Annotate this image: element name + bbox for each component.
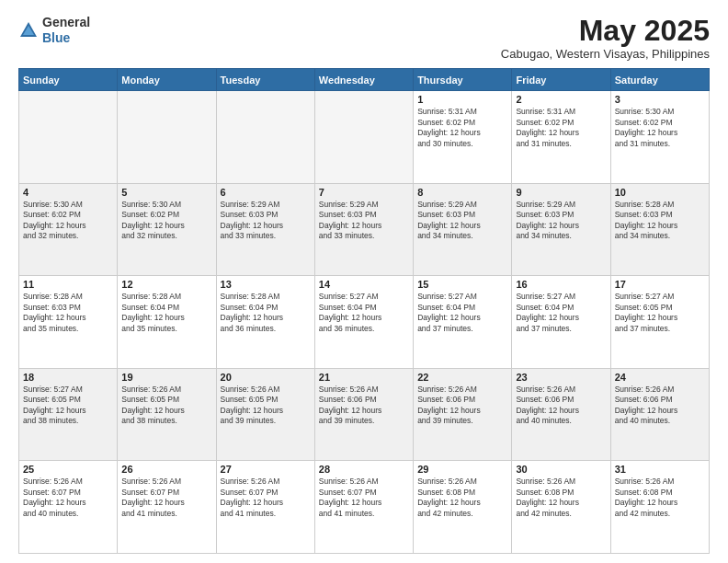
calendar-cell: 18Sunrise: 5:27 AM Sunset: 6:05 PM Dayli… [19, 368, 118, 461]
calendar-cell: 19Sunrise: 5:26 AM Sunset: 6:05 PM Dayli… [118, 368, 216, 461]
weekday-header-row: Sunday Monday Tuesday Wednesday Thursday… [19, 69, 710, 91]
calendar-cell [216, 91, 314, 184]
calendar-cell: 6Sunrise: 5:29 AM Sunset: 6:03 PM Daylig… [216, 183, 314, 276]
calendar-week-4: 18Sunrise: 5:27 AM Sunset: 6:05 PM Dayli… [19, 368, 710, 461]
calendar-cell: 14Sunrise: 5:27 AM Sunset: 6:04 PM Dayli… [314, 276, 413, 369]
calendar-cell: 24Sunrise: 5:26 AM Sunset: 6:06 PM Dayli… [610, 368, 709, 461]
day-number: 10 [615, 187, 705, 198]
day-number: 29 [417, 464, 507, 475]
day-number: 27 [221, 464, 311, 475]
logo-text: General Blue [42, 15, 90, 46]
calendar-cell [118, 91, 216, 184]
day-info: Sunrise: 5:26 AM Sunset: 6:07 PM Dayligh… [221, 477, 311, 519]
day-number: 5 [121, 187, 211, 198]
day-info: Sunrise: 5:30 AM Sunset: 6:02 PM Dayligh… [23, 200, 113, 242]
day-number: 17 [615, 279, 705, 290]
calendar-cell [19, 91, 118, 184]
day-number: 9 [516, 187, 606, 198]
day-info: Sunrise: 5:27 AM Sunset: 6:04 PM Dayligh… [516, 292, 606, 334]
logo-icon [18, 20, 39, 40]
day-number: 12 [121, 279, 211, 290]
day-info: Sunrise: 5:31 AM Sunset: 6:02 PM Dayligh… [516, 107, 606, 149]
day-number: 1 [417, 94, 507, 105]
calendar-cell: 15Sunrise: 5:27 AM Sunset: 6:04 PM Dayli… [414, 276, 512, 369]
day-info: Sunrise: 5:26 AM Sunset: 6:08 PM Dayligh… [516, 477, 606, 519]
calendar-cell: 9Sunrise: 5:29 AM Sunset: 6:03 PM Daylig… [512, 183, 610, 276]
day-info: Sunrise: 5:31 AM Sunset: 6:02 PM Dayligh… [417, 107, 507, 149]
calendar-cell: 20Sunrise: 5:26 AM Sunset: 6:05 PM Dayli… [216, 368, 314, 461]
calendar-cell: 8Sunrise: 5:29 AM Sunset: 6:03 PM Daylig… [414, 183, 512, 276]
day-info: Sunrise: 5:26 AM Sunset: 6:08 PM Dayligh… [615, 477, 705, 519]
header-friday: Friday [512, 69, 610, 91]
day-number: 19 [121, 372, 211, 383]
calendar-week-3: 11Sunrise: 5:28 AM Sunset: 6:03 PM Dayli… [19, 276, 710, 369]
calendar-cell: 5Sunrise: 5:30 AM Sunset: 6:02 PM Daylig… [118, 183, 216, 276]
calendar-cell: 2Sunrise: 5:31 AM Sunset: 6:02 PM Daylig… [512, 91, 610, 184]
calendar-cell: 23Sunrise: 5:26 AM Sunset: 6:06 PM Dayli… [512, 368, 610, 461]
calendar-cell: 30Sunrise: 5:26 AM Sunset: 6:08 PM Dayli… [512, 461, 610, 554]
day-number: 16 [516, 279, 606, 290]
month-title: May 2025 [501, 15, 710, 47]
day-info: Sunrise: 5:30 AM Sunset: 6:02 PM Dayligh… [121, 200, 211, 242]
day-info: Sunrise: 5:26 AM Sunset: 6:06 PM Dayligh… [417, 385, 507, 427]
day-number: 15 [417, 279, 507, 290]
calendar-cell: 10Sunrise: 5:28 AM Sunset: 6:03 PM Dayli… [610, 183, 709, 276]
calendar-cell: 13Sunrise: 5:28 AM Sunset: 6:04 PM Dayli… [216, 276, 314, 369]
header-tuesday: Tuesday [216, 69, 314, 91]
calendar-cell: 31Sunrise: 5:26 AM Sunset: 6:08 PM Dayli… [610, 461, 709, 554]
calendar-cell: 29Sunrise: 5:26 AM Sunset: 6:08 PM Dayli… [414, 461, 512, 554]
day-info: Sunrise: 5:28 AM Sunset: 6:03 PM Dayligh… [615, 200, 705, 242]
calendar-cell: 12Sunrise: 5:28 AM Sunset: 6:04 PM Dayli… [118, 276, 216, 369]
day-info: Sunrise: 5:26 AM Sunset: 6:05 PM Dayligh… [221, 385, 311, 427]
logo-general-text: General [42, 15, 90, 29]
calendar-cell: 27Sunrise: 5:26 AM Sunset: 6:07 PM Dayli… [216, 461, 314, 554]
calendar-cell: 1Sunrise: 5:31 AM Sunset: 6:02 PM Daylig… [414, 91, 512, 184]
day-number: 25 [23, 464, 113, 475]
day-number: 11 [23, 279, 113, 290]
day-info: Sunrise: 5:26 AM Sunset: 6:06 PM Dayligh… [615, 385, 705, 427]
calendar-cell: 17Sunrise: 5:27 AM Sunset: 6:05 PM Dayli… [610, 276, 709, 369]
day-info: Sunrise: 5:29 AM Sunset: 6:03 PM Dayligh… [221, 200, 311, 242]
day-info: Sunrise: 5:28 AM Sunset: 6:04 PM Dayligh… [121, 292, 211, 334]
calendar-table: Sunday Monday Tuesday Wednesday Thursday… [18, 68, 710, 554]
day-number: 8 [417, 187, 507, 198]
calendar-week-5: 25Sunrise: 5:26 AM Sunset: 6:07 PM Dayli… [19, 461, 710, 554]
day-info: Sunrise: 5:28 AM Sunset: 6:04 PM Dayligh… [221, 292, 311, 334]
calendar-cell: 28Sunrise: 5:26 AM Sunset: 6:07 PM Dayli… [314, 461, 413, 554]
day-number: 18 [23, 372, 113, 383]
calendar-cell: 16Sunrise: 5:27 AM Sunset: 6:04 PM Dayli… [512, 276, 610, 369]
calendar-cell: 11Sunrise: 5:28 AM Sunset: 6:03 PM Dayli… [19, 276, 118, 369]
day-number: 6 [221, 187, 311, 198]
calendar-cell: 21Sunrise: 5:26 AM Sunset: 6:06 PM Dayli… [314, 368, 413, 461]
day-info: Sunrise: 5:29 AM Sunset: 6:03 PM Dayligh… [319, 200, 409, 242]
calendar-cell: 4Sunrise: 5:30 AM Sunset: 6:02 PM Daylig… [19, 183, 118, 276]
day-number: 13 [221, 279, 311, 290]
day-number: 22 [417, 372, 507, 383]
calendar-cell [314, 91, 413, 184]
day-info: Sunrise: 5:29 AM Sunset: 6:03 PM Dayligh… [516, 200, 606, 242]
calendar-cell: 22Sunrise: 5:26 AM Sunset: 6:06 PM Dayli… [414, 368, 512, 461]
day-info: Sunrise: 5:29 AM Sunset: 6:03 PM Dayligh… [417, 200, 507, 242]
header-wednesday: Wednesday [314, 69, 413, 91]
day-info: Sunrise: 5:27 AM Sunset: 6:04 PM Dayligh… [417, 292, 507, 334]
day-info: Sunrise: 5:27 AM Sunset: 6:05 PM Dayligh… [615, 292, 705, 334]
header: General Blue May 2025 Cabugao, Western V… [18, 15, 710, 61]
title-block: May 2025 Cabugao, Western Visayas, Phili… [501, 15, 710, 61]
day-info: Sunrise: 5:28 AM Sunset: 6:03 PM Dayligh… [23, 292, 113, 334]
day-number: 2 [516, 94, 606, 105]
calendar-cell: 7Sunrise: 5:29 AM Sunset: 6:03 PM Daylig… [314, 183, 413, 276]
day-number: 4 [23, 187, 113, 198]
header-thursday: Thursday [414, 69, 512, 91]
day-info: Sunrise: 5:26 AM Sunset: 6:07 PM Dayligh… [319, 477, 409, 519]
day-info: Sunrise: 5:27 AM Sunset: 6:05 PM Dayligh… [23, 385, 113, 427]
day-number: 31 [615, 464, 705, 475]
day-number: 14 [319, 279, 409, 290]
calendar-cell: 3Sunrise: 5:30 AM Sunset: 6:02 PM Daylig… [610, 91, 709, 184]
day-number: 23 [516, 372, 606, 383]
day-number: 7 [319, 187, 409, 198]
logo-blue-text: Blue [42, 30, 70, 45]
day-number: 20 [221, 372, 311, 383]
day-info: Sunrise: 5:30 AM Sunset: 6:02 PM Dayligh… [615, 107, 705, 149]
day-info: Sunrise: 5:26 AM Sunset: 6:07 PM Dayligh… [23, 477, 113, 519]
day-info: Sunrise: 5:26 AM Sunset: 6:05 PM Dayligh… [121, 385, 211, 427]
